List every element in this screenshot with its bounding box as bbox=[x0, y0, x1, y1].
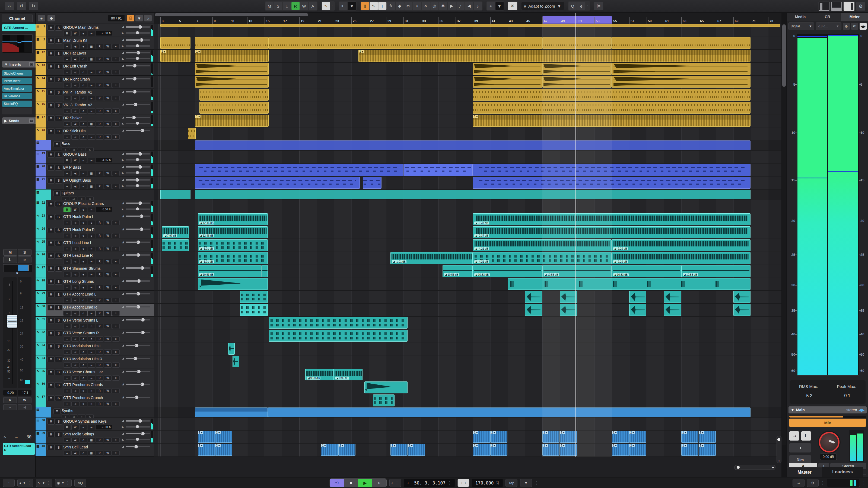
lanes-icon[interactable]: ≡ bbox=[112, 233, 120, 238]
inspector-track-title[interactable]: GTR Accent ... bbox=[2, 24, 36, 31]
volume-slider[interactable]: ◢ bbox=[122, 253, 150, 257]
global-r-button[interactable]: R bbox=[291, 2, 300, 10]
mix-level-bar[interactable] bbox=[789, 416, 866, 418]
record-arm-button[interactable]: ● bbox=[63, 376, 71, 381]
folder-row-guitars[interactable]: ▤MSGuitars●◀=≶ bbox=[35, 190, 154, 200]
volume-slider[interactable]: ◢ bbox=[122, 116, 150, 119]
stereo-icon[interactable]: ∞ bbox=[88, 70, 95, 75]
read-button[interactable]: R bbox=[96, 324, 103, 329]
sends-header[interactable]: ▶ Sends ▤ bbox=[2, 118, 36, 124]
track-row-21[interactable]: ▦21MSBA Upright Bass●◀e▦RW≡◢◣ bbox=[35, 177, 154, 190]
record-arm-button[interactable]: ● bbox=[63, 324, 71, 329]
edit-channel-button[interactable]: e bbox=[80, 158, 87, 163]
volume-slider[interactable]: ◢ bbox=[122, 266, 150, 269]
loop-count-badge[interactable]: 2 ▾ bbox=[215, 444, 221, 447]
monitor-button[interactable]: ◀ bbox=[71, 324, 79, 329]
volume-slider[interactable]: ◢ bbox=[122, 292, 150, 295]
write-button[interactable]: W bbox=[18, 397, 31, 403]
stereo-icon[interactable]: ∞ bbox=[88, 388, 95, 393]
metronome-click-button[interactable]: ⏗ bbox=[789, 431, 799, 441]
folder-row-bass[interactable]: ▤MSBass●◀=≶ bbox=[35, 140, 154, 151]
stereo-icon[interactable]: ∞ bbox=[88, 425, 95, 430]
aq-button[interactable]: AQ bbox=[74, 479, 86, 487]
mute-button[interactable]: M bbox=[48, 102, 55, 108]
solo-button[interactable]: S bbox=[55, 369, 62, 375]
read-button[interactable]: R bbox=[96, 134, 103, 140]
edit-channel-button[interactable]: e bbox=[80, 31, 87, 36]
volume-slider[interactable]: ◢ bbox=[122, 103, 150, 106]
write-button[interactable]: W bbox=[104, 70, 112, 75]
scissors-tool[interactable]: ✂ bbox=[404, 2, 412, 10]
mute-button[interactable]: M bbox=[48, 116, 55, 121]
main-level-value[interactable]: 0.00 dB bbox=[820, 454, 837, 460]
edit-channel-button[interactable]: e bbox=[80, 44, 87, 49]
pan-slider[interactable]: ◣ bbox=[122, 158, 150, 161]
time-signature-dropdown[interactable]: ▼ bbox=[520, 479, 532, 487]
read-button[interactable]: R bbox=[96, 246, 103, 251]
audio-event-hit[interactable] bbox=[664, 304, 681, 316]
write-button[interactable]: W bbox=[104, 451, 112, 456]
pan-thumb[interactable] bbox=[136, 31, 139, 34]
select-tool[interactable]: ↖ bbox=[370, 2, 378, 10]
loop-count-badge[interactable]: 1 ▾ bbox=[612, 444, 617, 447]
read-button[interactable]: R bbox=[96, 298, 103, 303]
stereo-icon[interactable]: ∞ bbox=[88, 298, 95, 303]
edit-channel-button[interactable]: e bbox=[80, 70, 87, 75]
tab-loudness[interactable]: Loudness bbox=[822, 467, 863, 477]
read-button[interactable]: R bbox=[96, 171, 103, 176]
instrument-icon[interactable]: ▦ bbox=[88, 437, 95, 443]
insert-slot-pitchshifter[interactable]: PitchShifter bbox=[2, 78, 32, 84]
volume-slider[interactable]: ◢ bbox=[122, 344, 150, 347]
record-arm-button[interactable]: ● bbox=[63, 401, 71, 406]
mute-button[interactable]: M bbox=[48, 318, 55, 323]
write-button[interactable]: W bbox=[104, 220, 112, 225]
track-row-23[interactable]: ∿23MSGTR Hook Palm L●◀eoRW≡◢ bbox=[35, 213, 154, 226]
edit-channel-button[interactable]: e bbox=[80, 246, 87, 251]
eraser-tool[interactable]: ◆ bbox=[396, 2, 404, 10]
stereo-icon[interactable]: ∞ bbox=[88, 108, 95, 113]
lower-zone-toggle[interactable] bbox=[831, 2, 842, 11]
monitor-button[interactable]: ◀ bbox=[71, 350, 79, 355]
midi-part-drums[interactable] bbox=[269, 37, 542, 49]
quantize-q-button[interactable]: Q bbox=[568, 2, 577, 10]
lanes-icon[interactable]: ≡ bbox=[112, 44, 120, 49]
read-button[interactable]: R bbox=[96, 350, 103, 355]
solo-button[interactable]: S bbox=[55, 292, 62, 297]
lanes-icon[interactable]: ≡ bbox=[112, 285, 120, 290]
meter-offset-select[interactable]: -18 d...▼ bbox=[816, 23, 841, 30]
edit-channel-button[interactable]: e bbox=[80, 388, 87, 393]
stereo-icon[interactable]: ∞ bbox=[88, 401, 95, 406]
solo-button[interactable]: S bbox=[55, 129, 62, 134]
volume-slider[interactable]: ◢ bbox=[122, 318, 150, 321]
gain-value[interactable]: -5.00⇅ bbox=[96, 207, 112, 212]
lanes-icon[interactable]: ≡ bbox=[112, 401, 120, 406]
audio-event-hit[interactable] bbox=[525, 291, 542, 303]
write-button[interactable]: W bbox=[71, 31, 79, 36]
write-button[interactable]: W bbox=[71, 158, 79, 163]
global-a-button[interactable]: A bbox=[309, 2, 317, 10]
mute-button[interactable]: M bbox=[48, 240, 55, 246]
audio-event-guitar[interactable]: ◢ 10.53 dB bbox=[681, 265, 750, 277]
volume-slider[interactable]: ◢ bbox=[122, 165, 150, 168]
instrument-icon[interactable]: ▦ bbox=[88, 122, 95, 127]
volume-slider[interactable]: ◢ bbox=[122, 357, 150, 360]
write-button[interactable]: W bbox=[104, 401, 112, 406]
loop-count-badge[interactable]: 1 ▾ bbox=[391, 444, 396, 447]
lanes-icon[interactable]: ≡ bbox=[112, 171, 120, 176]
strip-s-button[interactable]: S bbox=[18, 249, 32, 256]
monitor-button[interactable]: ◀ bbox=[71, 220, 79, 225]
solo-button[interactable]: S bbox=[55, 253, 62, 259]
horizontal-scroll-thumb[interactable] bbox=[155, 13, 308, 16]
track-row-28[interactable]: ∿28MSGTR Long Strums●◀e∞RW≡◢ bbox=[35, 278, 154, 291]
audio-event-guitar[interactable]: ◢ -1.01 dB bbox=[391, 252, 473, 264]
pan-slider[interactable]: ◣ bbox=[122, 122, 150, 125]
track-row-37[interactable]: ∿37MSGTR Prechorus Crunch●◀e∞RW≡◢ bbox=[35, 394, 154, 407]
solo-button[interactable]: S bbox=[55, 395, 62, 401]
monitor-button[interactable]: ◀ bbox=[71, 83, 79, 88]
solo-button[interactable]: S bbox=[55, 227, 62, 233]
solo-button[interactable]: S bbox=[55, 51, 62, 56]
read-button[interactable]: R bbox=[96, 451, 103, 456]
audio-event-crash[interactable] bbox=[195, 63, 269, 75]
midi-loop-synth[interactable]: 2 ▾ bbox=[699, 444, 716, 456]
track-row-36[interactable]: ∿36MSGTR Prechorus Chords●◀e∞RW≡◢ bbox=[35, 381, 154, 394]
